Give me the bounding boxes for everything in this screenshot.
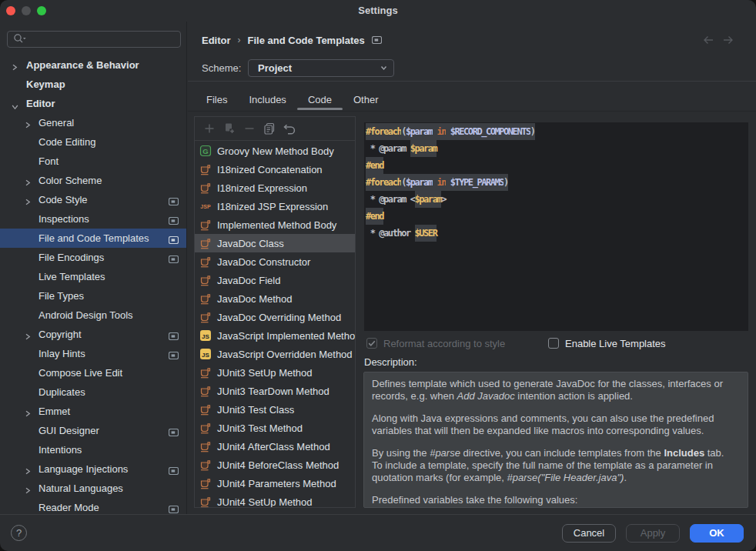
sidebar-item-label: Emmet: [38, 406, 70, 417]
sidebar-item-label: Font: [38, 155, 59, 167]
template-item-junit3-test-method[interactable]: JUnit3 Test Method: [195, 419, 355, 437]
cancel-button[interactable]: Cancel: [562, 524, 616, 543]
template-item-junit3-teardown-method[interactable]: JUnit3 TearDown Method: [195, 382, 355, 400]
tab-label: Files: [206, 94, 227, 105]
duplicate-button[interactable]: [259, 120, 279, 137]
sidebar-item-editor[interactable]: Editor: [0, 94, 187, 113]
sidebar-item-natural-languages[interactable]: Natural Languages: [0, 479, 187, 498]
ok-button[interactable]: OK: [690, 524, 744, 543]
template-item-junit4-beforeclass-method[interactable]: JUnit4 BeforeClass Method: [195, 456, 355, 474]
sidebar-item-keymap[interactable]: Keymap: [0, 75, 187, 94]
template-item-javascript-implemented-method-body[interactable]: JSJavaScript Implemented Method Body: [195, 326, 355, 345]
java-file-icon: [199, 366, 212, 379]
reset-button[interactable]: [279, 120, 299, 137]
template-item-javadoc-field[interactable]: JavaDoc Field: [195, 271, 355, 289]
chevron-right-icon[interactable]: [25, 331, 31, 337]
template-code-editor[interactable]: #foreach($param in $RECORD_COMPONENTS) *…: [364, 122, 748, 331]
template-item-junit3-setup-method[interactable]: JUnit3 SetUp Method: [195, 363, 355, 382]
sidebar-item-copyright[interactable]: Copyright: [0, 325, 187, 344]
tab-files[interactable]: Files: [196, 82, 238, 111]
jsp-file-icon: JSP: [199, 200, 212, 212]
template-item-javadoc-method[interactable]: JavaDoc Method: [195, 289, 355, 308]
chevron-right-icon[interactable]: [25, 196, 31, 202]
sidebar-item-compose-live-edit[interactable]: Compose Live Edit: [0, 363, 187, 382]
sidebar-item-label: Code Style: [38, 194, 88, 205]
tab-other[interactable]: Other: [343, 82, 390, 111]
sidebar-item-gui-designer[interactable]: GUI Designer: [0, 421, 187, 440]
sidebar-item-code-style[interactable]: Code Style: [0, 190, 187, 209]
scheme-label: Scheme:: [202, 62, 241, 74]
chevron-right-icon[interactable]: [25, 177, 31, 183]
sidebar-item-file-types[interactable]: File Types: [0, 286, 187, 306]
screen-icon: [169, 350, 179, 362]
remove-button: [239, 120, 259, 137]
window-title: Settings: [0, 0, 756, 22]
template-item-i18nized-expression[interactable]: I18nized Expression: [195, 179, 355, 197]
chevron-right-icon[interactable]: [25, 408, 31, 414]
chevron-right-icon[interactable]: [25, 119, 31, 125]
template-item-label: I18nized Expression: [217, 182, 307, 194]
checkbox-box[interactable]: [548, 338, 559, 349]
template-item-label: JavaDoc Overriding Method: [217, 312, 341, 323]
template-item-groovy-new-method-body[interactable]: GGroovy New Method Body: [195, 142, 355, 160]
sidebar-item-font[interactable]: Font: [0, 152, 187, 171]
template-item-javadoc-class[interactable]: JavaDoc Class: [195, 234, 355, 252]
svg-text:JS: JS: [202, 333, 209, 340]
template-item-junit3-test-class[interactable]: JUnit3 Test Class: [195, 400, 355, 419]
description-text: Defines template which used to generate …: [363, 372, 748, 508]
sidebar-item-language-injections[interactable]: Language Injections: [0, 459, 187, 479]
back-arrow-icon[interactable]: [703, 35, 714, 45]
code-line: * @param <$param>: [366, 191, 748, 208]
template-item-i18nized-concatenation[interactable]: I18nized Concatenation: [195, 160, 355, 179]
dialog-footer: ? CancelApplyOK: [0, 514, 756, 551]
help-button[interactable]: ?: [11, 525, 27, 541]
sidebar-item-live-templates[interactable]: Live Templates: [0, 267, 187, 286]
scheme-dropdown[interactable]: Project: [248, 59, 394, 77]
sidebar-item-emmet[interactable]: Emmet: [0, 402, 187, 421]
chevron-right-icon[interactable]: [25, 466, 31, 472]
sidebar-item-intentions[interactable]: Intentions: [0, 440, 187, 459]
description-paragraph: Along with Java expressions and comments…: [372, 412, 740, 437]
breadcrumb-editor[interactable]: Editor: [202, 35, 231, 46]
screen-icon: [169, 466, 179, 477]
svg-text:JS: JS: [202, 352, 209, 359]
sidebar-item-inspections[interactable]: Inspections: [0, 209, 187, 229]
template-item-i18nized-jsp-expression[interactable]: JSPI18nized JSP Expression: [195, 197, 355, 215]
sidebar-item-color-scheme[interactable]: Color Scheme: [0, 171, 187, 190]
template-item-junit4-setup-method[interactable]: JUnit4 SetUp Method: [195, 493, 355, 508]
sidebar-item-reader-mode[interactable]: Reader Mode: [0, 498, 187, 514]
sidebar-item-file-and-code-templates[interactable]: File and Code Templates: [0, 229, 187, 248]
tab-code[interactable]: Code: [297, 82, 343, 111]
checkbox-enable-live-templates[interactable]: Enable Live Templates: [548, 332, 666, 354]
sidebar-item-inlay-hints[interactable]: Inlay Hints: [0, 344, 187, 363]
description-paragraph: Defines template which used to generate …: [372, 378, 740, 402]
sidebar-item-label: Duplicates: [38, 386, 85, 398]
template-item-implemented-method-body[interactable]: Implemented Method Body: [195, 215, 355, 234]
sidebar-item-android-design-tools[interactable]: Android Design Tools: [0, 306, 187, 325]
screen-icon: [169, 235, 179, 246]
tab-label: Includes: [249, 94, 286, 105]
sidebar-item-code-editing[interactable]: Code Editing: [0, 132, 187, 152]
chevron-right-icon[interactable]: [25, 485, 31, 491]
chevron-right-icon[interactable]: [12, 62, 18, 68]
template-item-label: JavaDoc Class: [217, 238, 284, 249]
template-item-javadoc-constructor[interactable]: JavaDoc Constructor: [195, 252, 355, 271]
template-item-junit4-parameters-method[interactable]: JUnit4 Parameters Method: [195, 474, 355, 493]
search-input[interactable]: [7, 31, 181, 48]
sidebar-item-appearance-behavior[interactable]: Appearance & Behavior: [0, 55, 187, 75]
settings-sidebar: Appearance & BehaviorKeymapEditorGeneral…: [0, 22, 187, 514]
template-item-javadoc-overriding-method[interactable]: JavaDoc Overriding Method: [195, 308, 355, 326]
screen-icon: [169, 331, 179, 342]
separator: [188, 111, 756, 112]
sidebar-item-duplicates[interactable]: Duplicates: [0, 382, 187, 402]
sidebar-item-label: General: [38, 117, 74, 129]
java-file-icon: [199, 403, 212, 416]
template-item-javascript-overridden-method-body[interactable]: JSJavaScript Overridden Method Body: [195, 345, 355, 363]
template-item-junit4-afterclass-method[interactable]: JUnit4 AfterClass Method: [195, 437, 355, 456]
java-file-icon: [199, 237, 212, 249]
tab-includes[interactable]: Includes: [238, 82, 296, 111]
sidebar-item-file-encodings[interactable]: File Encodings: [0, 248, 187, 267]
forward-arrow-icon[interactable]: [723, 35, 734, 45]
chevron-down-icon[interactable]: [12, 101, 18, 107]
sidebar-item-general[interactable]: General: [0, 113, 187, 132]
